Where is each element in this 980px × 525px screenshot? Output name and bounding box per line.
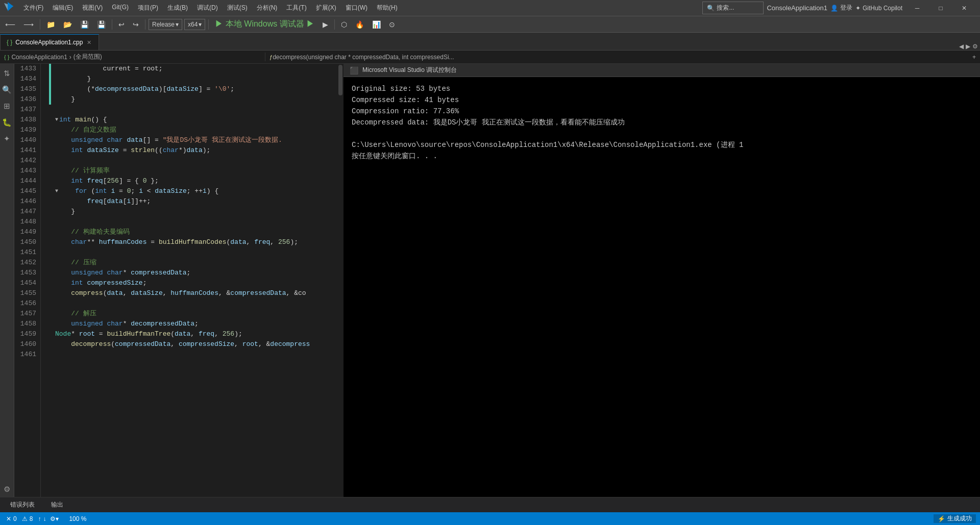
menu-tools[interactable]: 工具(T) [282,2,310,14]
scroll-left-icon[interactable]: ◀ [959,43,964,50]
code-line-1457: // 解压 [49,309,337,319]
activity-explorer[interactable]: ⇅ [0,66,14,81]
minimize-button[interactable]: ─ [905,0,929,16]
code-line-1438: ▼int main() { [49,115,337,125]
breadcrumb-separator: › [69,54,71,61]
chevron-down-icon: ▾ [176,21,179,28]
breadcrumb-right: ƒ decompress(unsigned char * compressedD… [265,54,968,61]
editor-area: 1433 1434 1435 1436 1437 1438 1439 1440 … [14,64,344,497]
scrollbar-thumb[interactable] [338,65,342,95]
new-project-button[interactable]: 📁 [43,19,58,30]
login-button[interactable]: 👤 登录 [830,4,852,12]
activity-settings[interactable]: ⚙ [0,482,14,497]
vs-logo [4,2,13,14]
close-button[interactable]: ✕ [952,0,976,16]
separator-1 [40,19,40,30]
project-icon: { } [4,54,9,60]
redo-button[interactable]: ↪ [130,19,142,30]
platform-dropdown[interactable]: x64 ▾ [184,19,205,30]
menu-help[interactable]: 帮助(H) [373,2,402,14]
file-tab[interactable]: { } ConsoleApplication1.cpp ✕ [0,34,99,50]
breadcrumb-scope[interactable]: (全局范围) [74,53,102,61]
maximize-button[interactable]: □ [929,0,952,16]
code-line-1439: // 自定义数据 [49,125,337,135]
back-button[interactable]: ⟵ [2,19,18,30]
error-count[interactable]: ✕ 0 ⚠ 8 ↑ ↓ ⚙▾ [4,515,61,522]
code-line-1441: int dataSize = strlen((char*)data); [49,145,337,156]
toolbar: ⟵ ⟶ 📁 📂 💾 💾 ↩ ↪ Release ▾ x64 ▾ ▶ 本地 Win… [0,16,980,33]
menu-test[interactable]: 测试(S) [223,2,252,14]
console-output: Original size: 53 bytes Compressed size:… [344,77,980,497]
open-button[interactable]: 📂 [60,19,75,30]
menu-view[interactable]: 视图(V) [78,2,107,14]
main-layout: ⇅ 🔍 ⊞ 🐛 ✦ ⚙ 1433 1434 1435 1436 1437 143… [0,64,980,497]
editor-scrollbar[interactable] [337,64,344,497]
separator-5 [334,19,335,30]
activity-source-control[interactable]: ⊞ [0,98,14,114]
code-line-1442 [49,156,337,166]
tab-bar: { } ConsoleApplication1.cpp ✕ ◀ ▶ ⚙ [0,33,980,51]
menu-build[interactable]: 生成(B) [163,2,192,14]
breakpoint-button[interactable]: ⬡ [338,19,350,30]
code-line-1440: unsigned char data[] = "我是DS小龙哥 我正在测试这一段… [49,135,337,145]
menu-bar: 文件(F) 编辑(E) 视图(V) Git(G) 项目(P) 生成(B) 调试(… [19,2,698,14]
menu-project[interactable]: 项目(P) [134,2,162,14]
menu-extensions[interactable]: 扩展(X) [312,2,340,14]
code-line-1444: int freq[256] = { 0 }; [49,176,337,186]
close-tab-button[interactable]: ✕ [86,39,92,46]
menu-debug[interactable]: 调试(D) [193,2,222,14]
zoom-level[interactable]: 100 % [67,515,88,522]
person-icon: 👤 [830,5,838,12]
build-icon: ⚡ [938,515,945,522]
add-breadcrumb-button[interactable]: + [968,54,980,61]
code-line-1454: int compressedSize; [49,278,337,288]
save-button[interactable]: 💾 [77,19,92,30]
error-list-panel-tab[interactable]: 错误列表 [6,498,39,511]
code-line-1459: Node* root = buildHuffmanTree(data, freq… [49,329,337,339]
breadcrumb-project[interactable]: ConsoleApplication1 [11,54,67,61]
console-line-6: C:\Users\Lenovo\source\repos\ConsoleAppl… [352,139,972,151]
error-count-value: 0 [13,515,17,522]
code-line-1453: unsigned char* compressedData; [49,268,337,278]
attach-button[interactable]: ▶ [320,19,331,30]
menu-window[interactable]: 窗口(W) [341,2,372,14]
code-text[interactable]: current = root; } (*decompressedData)[da… [41,64,337,497]
console-line-1: Original size: 53 bytes [352,83,972,94]
settings-icon[interactable]: ⚙ [972,43,978,50]
status-bar: ✕ 0 ⚠ 8 ↑ ↓ ⚙▾ 100 % ⚡ ⚡ 生成成功 生成成功 [0,512,980,525]
search-box[interactable]: 🔍 搜索... [702,2,764,14]
code-line-1445: ▼ for (int i = 0; i < dataSize; ++i) { [49,186,337,196]
menu-file[interactable]: 文件(F) [19,2,47,14]
menu-edit[interactable]: 编辑(E) [48,2,77,14]
breadcrumb-func[interactable]: decompress(unsigned char * compressedDat… [273,54,454,61]
menu-analyze[interactable]: 分析(N) [253,2,282,14]
forward-button[interactable]: ⟶ [20,19,37,30]
activity-search[interactable]: 🔍 [0,82,14,97]
console-line-7: 按任意键关闭此窗口. . . [352,151,972,162]
configuration-dropdown[interactable]: Release ▾ [149,19,182,30]
performance-button[interactable]: 📊 [369,19,384,30]
undo-button[interactable]: ↩ [115,19,128,30]
live-share-button[interactable]: ⊙ [386,19,398,30]
up-arrow-icon: ↑ [38,515,41,522]
activity-extensions[interactable]: ✦ [0,131,14,146]
zoom-value: 100 % [69,515,86,522]
save-all-button[interactable]: 💾 [94,19,109,30]
activity-debug[interactable]: 🐛 [0,115,14,130]
error-icon: ✕ [6,515,11,522]
breadcrumb-left: { } ConsoleApplication1 › (全局范围) [0,53,265,61]
app-title: ConsoleApplication1 [767,4,827,12]
code-line-1455: compress(data, dataSize, huffmanCodes, &… [49,288,337,298]
file-tab-icon: { } [7,39,12,46]
code-line-1447: } [49,207,337,217]
menu-git[interactable]: Git(G) [108,2,133,14]
build-text: 生成成功 [947,514,972,523]
start-debug-button[interactable]: ▶ 本地 Windows 调试器 ▶ [212,17,317,31]
build-success[interactable]: ⚡ ⚡ 生成成功 生成成功 [934,514,976,523]
output-panel-tab[interactable]: 输出 [47,498,67,511]
warn-count-value: 8 [30,515,33,522]
scroll-right-icon[interactable]: ▶ [966,43,970,50]
gh-copilot[interactable]: ✦ GitHub Copilot [855,5,902,12]
code-editor[interactable]: 1433 1434 1435 1436 1437 1438 1439 1440 … [14,64,344,497]
hotreload-button[interactable]: 🔥 [352,19,367,30]
